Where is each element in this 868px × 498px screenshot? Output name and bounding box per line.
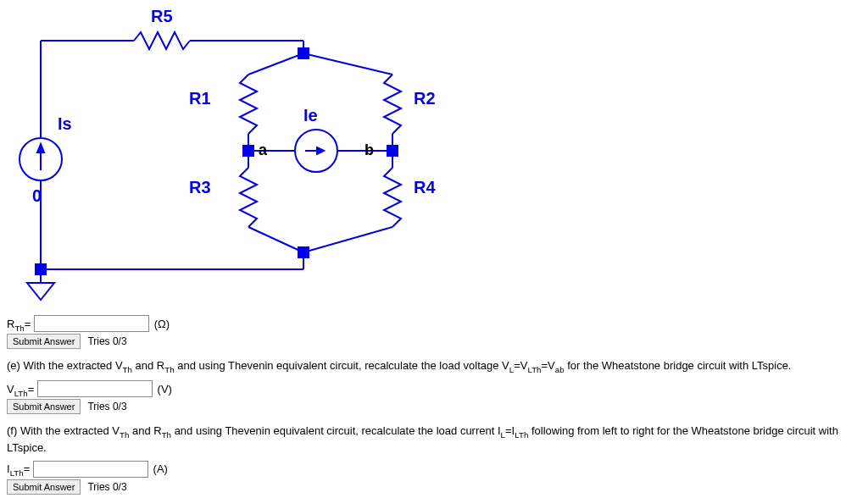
ilth-submit-button[interactable]: Submit Answer — [7, 479, 81, 495]
vlth-unit: (V) — [158, 383, 172, 396]
question-f-prose: (f) With the extracted VTh and RTh and u… — [7, 424, 861, 455]
label-r3: R3 — [189, 178, 211, 196]
svg-marker-13 — [317, 147, 324, 154]
ilth-tries: Tries 0/3 — [87, 481, 126, 493]
rth-label: RTh= — [7, 318, 34, 330]
label-r4: R4 — [414, 178, 436, 196]
rth-unit: (Ω) — [154, 318, 170, 330]
svg-rect-19 — [298, 247, 309, 257]
svg-line-4 — [248, 53, 303, 75]
ilth-unit: (A) — [153, 462, 168, 475]
label-node-b: b — [364, 141, 374, 158]
svg-line-18 — [303, 227, 392, 252]
label-node-a: a — [259, 141, 268, 158]
svg-marker-29 — [27, 283, 54, 300]
svg-rect-27 — [36, 264, 46, 274]
label-is: Is — [58, 114, 72, 133]
label-ground-zero: 0 — [32, 186, 42, 205]
label-r5: R5 — [151, 7, 173, 25]
ilth-input[interactable] — [33, 461, 148, 478]
ilth-label: ILTh= — [7, 462, 33, 475]
svg-marker-25 — [37, 144, 44, 152]
vlth-input[interactable] — [37, 380, 153, 397]
rth-tries: Tries 0/3 — [87, 335, 126, 347]
vlth-label: VLTh= — [7, 383, 37, 396]
vlth-tries: Tries 0/3 — [87, 401, 126, 412]
svg-rect-8 — [243, 146, 253, 156]
label-ie: Ie — [303, 106, 318, 125]
label-r1: R1 — [189, 89, 211, 108]
svg-rect-9 — [387, 146, 398, 156]
label-r2: R2 — [414, 89, 436, 108]
circuit-diagram: R5 R1 R2 R3 R4 Is Ie a b 0 — [7, 7, 498, 312]
svg-line-6 — [303, 53, 392, 75]
rth-submit-button[interactable]: Submit Answer — [7, 334, 81, 349]
vlth-submit-button[interactable]: Submit Answer — [7, 399, 81, 414]
question-e-prose: (e) With the extracted VTh and RTh and u… — [7, 359, 861, 375]
svg-line-16 — [248, 227, 303, 252]
rth-input[interactable] — [34, 315, 149, 332]
